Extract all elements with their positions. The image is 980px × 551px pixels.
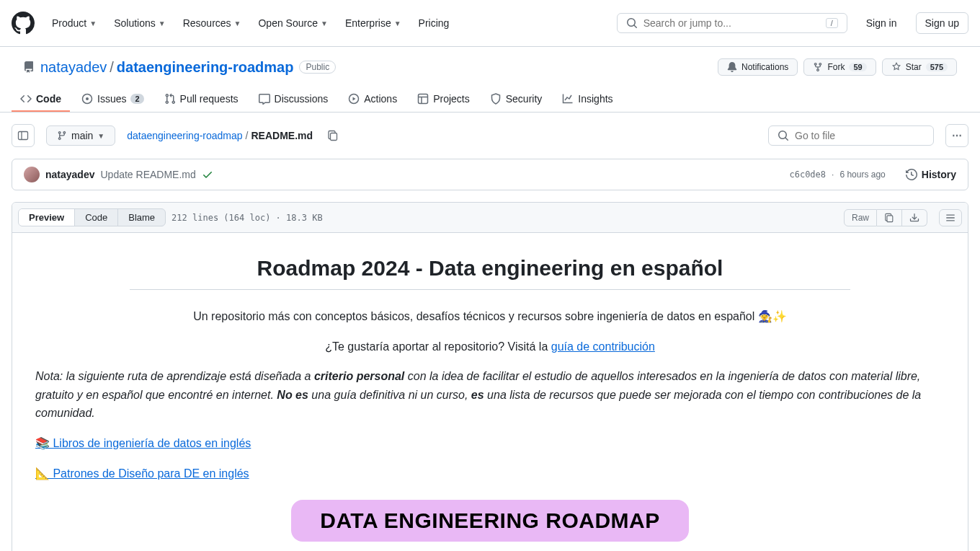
search-icon xyxy=(778,130,789,141)
chevron-down-icon: ▼ xyxy=(394,19,401,27)
discussions-icon xyxy=(259,93,270,105)
visibility-badge: Public xyxy=(299,61,336,74)
breadcrumb-root[interactable]: dataengineering-roadmap xyxy=(127,130,242,141)
history-icon xyxy=(906,169,917,180)
copy-raw-button[interactable] xyxy=(877,209,902,226)
breadcrumb: dataengineering-roadmap / README.md xyxy=(127,130,313,141)
nav-opensource[interactable]: Open Source▼ xyxy=(252,13,333,33)
nav-pricing[interactable]: Pricing xyxy=(413,13,455,33)
contribution-guide-link[interactable]: guía de contribución xyxy=(551,340,655,353)
search-input-container[interactable]: / xyxy=(617,13,847,33)
search-icon xyxy=(626,17,638,29)
commit-message[interactable]: Update README.md xyxy=(100,169,195,180)
copy-icon xyxy=(327,130,339,141)
readme-title: Roadmap 2024 - Data engineering en españ… xyxy=(130,256,850,290)
chevron-down-icon: ▼ xyxy=(234,19,241,27)
chevron-down-icon: ▼ xyxy=(89,19,97,27)
tab-issues[interactable]: Issues 2 xyxy=(73,87,153,112)
kebab-icon: ⋯ xyxy=(952,130,962,141)
breadcrumb-file: README.md xyxy=(251,130,313,141)
tab-insights[interactable]: Insights xyxy=(553,87,621,112)
slash-shortcut: / xyxy=(826,18,838,28)
issues-icon xyxy=(81,93,93,105)
view-preview-button[interactable]: Preview xyxy=(19,209,75,226)
branch-icon xyxy=(57,131,67,141)
books-link[interactable]: 📚 Libros de ingeniería de datos en inglé… xyxy=(35,437,251,449)
nav-product[interactable]: Product▼ xyxy=(46,13,102,33)
chevron-down-icon: ▼ xyxy=(97,132,104,140)
code-icon xyxy=(20,93,32,105)
patterns-link[interactable]: 📐 Patrones de Diseño para DE en inglés xyxy=(35,467,249,480)
svg-rect-6 xyxy=(19,132,28,140)
list-icon xyxy=(945,213,956,223)
copy-icon xyxy=(884,213,894,223)
nav-solutions[interactable]: Solutions▼ xyxy=(108,13,172,33)
tab-code[interactable]: Code xyxy=(12,87,70,112)
readme-note: Nota: la siguiente ruta de aprendizaje e… xyxy=(35,367,945,423)
play-icon xyxy=(348,93,360,105)
fork-icon xyxy=(813,62,823,72)
goto-file-input[interactable] xyxy=(795,130,925,141)
star-button[interactable]: Star 575 xyxy=(882,58,957,76)
sign-up-button[interactable]: Sign up xyxy=(916,12,968,34)
goto-file-container[interactable] xyxy=(768,125,934,146)
nav-resources[interactable]: Resources▼ xyxy=(177,13,247,33)
bell-icon xyxy=(727,62,737,72)
fork-button[interactable]: Fork 59 xyxy=(803,58,876,76)
svg-rect-9 xyxy=(887,215,893,221)
outline-button[interactable] xyxy=(939,209,962,226)
history-link[interactable]: History xyxy=(906,169,956,180)
commit-author[interactable]: natayadev xyxy=(45,169,94,180)
download-button[interactable] xyxy=(902,209,927,226)
sign-in-link[interactable]: Sign in xyxy=(859,13,904,33)
repo-name-link[interactable]: dataengineering-roadmap xyxy=(117,59,294,76)
branch-selector[interactable]: main ▼ xyxy=(46,125,115,146)
roadmap-banner: DATA ENGINEERING ROADMAP xyxy=(291,500,688,542)
tab-projects[interactable]: Projects xyxy=(409,87,478,112)
sidebar-icon xyxy=(17,130,29,141)
file-stats: 212 lines (164 loc) · 18.3 KB xyxy=(172,213,323,223)
download-icon xyxy=(909,213,919,223)
svg-point-1 xyxy=(86,97,89,100)
tab-security[interactable]: Security xyxy=(481,87,551,112)
copy-path-button[interactable] xyxy=(324,127,342,144)
pull-request-icon xyxy=(164,93,176,105)
shield-icon xyxy=(490,93,502,105)
chevron-down-icon: ▼ xyxy=(321,19,328,27)
tab-actions[interactable]: Actions xyxy=(339,87,406,112)
svg-rect-8 xyxy=(331,133,337,141)
check-icon[interactable] xyxy=(202,169,213,180)
commit-sha[interactable]: c6c0de8 xyxy=(789,169,826,180)
view-blame-button[interactable]: Blame xyxy=(118,209,165,226)
raw-button[interactable]: Raw xyxy=(844,209,877,226)
nav-enterprise[interactable]: Enterprise▼ xyxy=(339,13,407,33)
more-options-button[interactable]: ⋯ xyxy=(945,124,968,147)
view-code-button[interactable]: Code xyxy=(75,209,118,226)
search-input[interactable] xyxy=(643,17,820,29)
path-separator: / xyxy=(110,59,114,76)
commit-time: 6 hours ago xyxy=(839,169,885,180)
github-logo-icon[interactable] xyxy=(12,12,35,35)
sidebar-toggle-button[interactable] xyxy=(12,124,35,147)
tab-discussions[interactable]: Discussions xyxy=(250,87,337,112)
graph-icon xyxy=(562,93,574,105)
star-icon xyxy=(891,62,901,72)
projects-icon xyxy=(417,93,429,105)
notifications-button[interactable]: Notifications xyxy=(718,58,798,76)
tab-pulls[interactable]: Pull requests xyxy=(156,87,247,112)
readme-intro: Un repositorio más con conceptos básicos… xyxy=(35,307,945,326)
issues-count: 2 xyxy=(130,94,143,104)
repo-icon xyxy=(23,61,35,73)
avatar[interactable] xyxy=(24,167,40,182)
fork-count: 59 xyxy=(849,63,866,71)
svg-rect-3 xyxy=(419,94,428,104)
star-count: 575 xyxy=(926,63,948,71)
repo-owner-link[interactable]: natayadev xyxy=(40,59,107,76)
chevron-down-icon: ▼ xyxy=(159,19,166,27)
